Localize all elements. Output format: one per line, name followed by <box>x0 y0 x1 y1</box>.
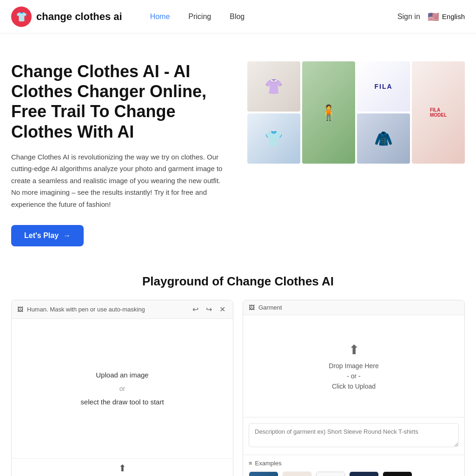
example-thumb-2: 🐭 <box>283 472 311 476</box>
fashion-img-fila: FILA <box>357 61 410 112</box>
fashion-img-sweater: 🧥 <box>357 113 410 164</box>
language-selector[interactable]: 🇺🇸 English <box>428 11 465 22</box>
hero-img-model-right: FILAMODEL <box>412 61 465 164</box>
redo-button[interactable]: ↪ <box>204 304 214 315</box>
nav-blog[interactable]: Blog <box>230 13 245 21</box>
hero-img-blouse: 👕 <box>247 113 300 164</box>
fashion-img-model-center: 🧍 <box>302 61 355 164</box>
example-5[interactable]: 👕 <box>383 471 412 476</box>
garment-upload-arrow: ⬆ <box>349 342 359 357</box>
hero-img-fila-shirt: FILA <box>357 61 410 112</box>
garment-upload-area[interactable]: ⬆ Drop Image Here - or - Click to Upload <box>243 315 464 417</box>
close-button[interactable]: ✕ <box>218 304 227 315</box>
cta-button[interactable]: Let's Play → <box>11 225 84 246</box>
drop-text: Drop Image Here <box>329 362 378 370</box>
example-thumb-4: 👕 <box>350 472 378 476</box>
example-4[interactable]: 👕 <box>349 471 379 476</box>
human-panel-body[interactable]: Upload an image or select the draw tool … <box>12 319 233 458</box>
examples-section: ≡ Examples 👕 🐭 👔 👕 <box>243 455 464 476</box>
navbar: 👕 change clothes ai Home Pricing Blog Si… <box>0 0 476 33</box>
main-nav: Home Pricing Blog <box>150 13 397 21</box>
garment-panel-header: 🖼 Garment <box>243 300 464 315</box>
hero-title: Change Clothes AI - AI Clothes Changer O… <box>11 61 229 142</box>
playground-section: Playground of Change Clothes AI 🖼 Human.… <box>0 274 476 476</box>
upload-line2: or <box>80 382 164 395</box>
garment-description-input[interactable] <box>249 423 459 447</box>
upload-arrow-row: ⬆ <box>12 458 233 476</box>
example-thumb-3: 👔 <box>316 472 345 476</box>
hero-left: Change Clothes AI - AI Clothes Changer O… <box>11 61 229 246</box>
click-text: Click to Upload <box>332 383 376 390</box>
fashion-img-shirt: 👚 <box>247 61 300 112</box>
garment-panel: 🖼 Garment ⬆ Drop Image Here - or - Click… <box>243 300 465 476</box>
example-1[interactable]: 👕 <box>249 471 278 476</box>
examples-header: ≡ Examples <box>249 460 459 467</box>
upload-line3: select the draw tool to start <box>80 395 164 409</box>
upload-arrow-icon: ⬆ <box>119 463 126 474</box>
human-panel-label: Human. Mask with pen or use auto-masking <box>27 306 145 313</box>
nav-home[interactable]: Home <box>150 13 170 21</box>
hero-img-model-center: 🧍 <box>302 61 355 164</box>
human-panel-header: 🖼 Human. Mask with pen or use auto-maski… <box>12 300 233 319</box>
hero-img-1: 👚 <box>247 61 300 112</box>
garment-header-left: 🖼 Garment <box>249 304 282 311</box>
garment-description-area <box>243 417 464 455</box>
upload-line1: Upload an image <box>80 368 164 382</box>
cta-label: Let's Play <box>24 231 59 240</box>
or-text: - or - <box>347 372 361 380</box>
garment-icon: 🖼 <box>249 304 255 311</box>
hero-image-grid: 👚 🧍 FILA FILAMODEL 👕 🧥 <box>247 61 465 164</box>
logo-emoji: 👕 <box>16 11 27 22</box>
garment-panel-label: Garment <box>258 304 282 311</box>
hero-img-sweater: 🧥 <box>357 113 410 164</box>
upload-placeholder: Upload an image or select the draw tool … <box>80 368 164 409</box>
undo-button[interactable]: ↩ <box>191 304 200 315</box>
header-label-left: 🖼 Human. Mask with pen or use auto-maski… <box>17 306 145 313</box>
playground-grid: 🖼 Human. Mask with pen or use auto-maski… <box>11 300 465 476</box>
brand-name: change clothes ai <box>36 11 122 23</box>
hero-section: Change Clothes AI - AI Clothes Changer O… <box>0 33 476 265</box>
examples-grid: 👕 🐭 👔 👕 👕 <box>249 471 459 476</box>
fashion-img-blouse: 👕 <box>247 113 300 164</box>
logo-icon: 👕 <box>11 7 32 27</box>
human-panel: 🖼 Human. Mask with pen or use auto-maski… <box>11 300 233 476</box>
example-thumb-5: 👕 <box>383 472 412 476</box>
fashion-img-model-right: FILAMODEL <box>412 61 465 164</box>
header-actions: ↩ ↪ ✕ <box>191 304 227 315</box>
example-3[interactable]: 👔 <box>316 471 345 476</box>
section-title: Playground of Change Clothes AI <box>11 274 465 289</box>
examples-icon: ≡ <box>249 460 252 467</box>
examples-label: Examples <box>255 460 282 467</box>
sign-in-link[interactable]: Sign in <box>397 13 420 21</box>
example-thumb-1: 👕 <box>249 472 278 476</box>
nav-pricing[interactable]: Pricing <box>188 13 211 21</box>
example-2[interactable]: 🐭 <box>282 471 312 476</box>
brand-logo[interactable]: 👕 change clothes ai <box>11 7 122 27</box>
flag-icon: 🇺🇸 <box>428 11 439 22</box>
hero-description: Change Clothes AI is revolutionizing the… <box>11 151 229 211</box>
language-label: English <box>442 13 465 20</box>
human-icon: 🖼 <box>17 306 23 313</box>
cta-arrow: → <box>63 231 71 240</box>
navbar-right: Sign in 🇺🇸 English <box>397 11 465 22</box>
